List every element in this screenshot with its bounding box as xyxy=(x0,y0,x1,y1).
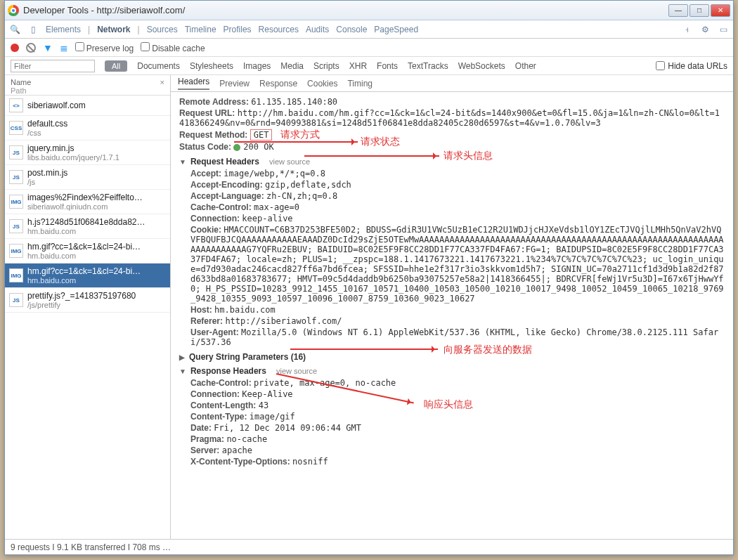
filter-input[interactable] xyxy=(11,60,95,72)
tab-resources[interactable]: Resources xyxy=(259,25,299,34)
filter-icon[interactable]: ▼ xyxy=(43,42,53,53)
minimize-button[interactable]: — xyxy=(668,4,688,17)
filter-bar: All Documents Stylesheets Images Media S… xyxy=(5,57,733,75)
request-row[interactable]: IMGhm.gif?cc=1&ck=1&cl=24-bi…hm.baidu.co… xyxy=(5,239,170,263)
request-row[interactable]: CSSdefault.css/css xyxy=(5,116,170,141)
tab-timeline[interactable]: Timeline xyxy=(185,25,216,34)
header-key: Cache-Control: xyxy=(190,202,252,212)
dock-icon[interactable]: ▭ xyxy=(718,24,729,35)
header-value: no-cache xyxy=(226,434,267,444)
tab-headers[interactable]: Headers xyxy=(178,77,209,90)
filter-fonts[interactable]: Fonts xyxy=(377,61,398,71)
header-key: Referer: xyxy=(190,316,223,326)
request-path: /js/prettify xyxy=(27,301,136,309)
tab-elements[interactable]: Elements xyxy=(46,25,81,34)
header-value: gzip,deflate,sdch xyxy=(265,180,351,190)
close-sidebar-icon[interactable]: × xyxy=(160,78,164,95)
headers-content: Remote Address: 61.135.185.140:80 Reques… xyxy=(171,92,733,539)
filter-images[interactable]: Images xyxy=(243,61,271,71)
drawer-icon[interactable]: ⫞ xyxy=(681,24,692,35)
filter-all[interactable]: All xyxy=(105,60,127,72)
status-dot-icon xyxy=(233,144,240,151)
titlebar: Developer Tools - http://siberiawolf.com… xyxy=(5,1,733,20)
status-text: 9 requests I 9.1 KB transferred I 708 ms… xyxy=(11,542,171,552)
request-row[interactable]: JSpost.min.js/js xyxy=(5,165,170,190)
tab-console[interactable]: Console xyxy=(336,25,367,34)
search-icon[interactable]: 🔍 xyxy=(9,24,20,35)
tab-profiles[interactable]: Profiles xyxy=(224,25,252,34)
hide-data-urls[interactable]: Hide data URLs xyxy=(656,61,727,71)
request-row[interactable]: <>siberiawolf.com xyxy=(5,96,170,116)
tab-network[interactable]: Network xyxy=(97,25,130,34)
record-button[interactable] xyxy=(11,44,19,52)
window-title: Developer Tools - http://siberiawolf.com… xyxy=(23,5,185,15)
request-row[interactable]: JSprettify.js?_=1418375197680/js/prettif… xyxy=(5,288,170,313)
tab-audits[interactable]: Audits xyxy=(306,25,329,34)
status-code-label: Status Code: xyxy=(179,142,231,152)
request-path: siberiawolf.qiniudn.com xyxy=(27,202,143,211)
maximize-button[interactable]: □ xyxy=(690,4,709,17)
clear-button[interactable] xyxy=(26,43,36,53)
file-type-icon: JS xyxy=(9,219,23,233)
tab-response[interactable]: Response xyxy=(259,79,297,89)
header-key: Cache-Control: xyxy=(190,378,252,388)
filter-stylesheets[interactable]: Stylesheets xyxy=(190,61,233,71)
header-value: keep-alive xyxy=(242,214,292,223)
filter-xhr[interactable]: XHR xyxy=(349,61,367,71)
request-name: hm.gif?cc=1&ck=1&cl=24-bi… xyxy=(27,266,141,276)
request-name: prettify.js?_=1418375197680 xyxy=(27,291,136,301)
annot-reshead: 响应头信息 xyxy=(424,398,473,411)
arrow-icon xyxy=(234,141,358,143)
preserve-log-checkbox[interactable]: Preserve log xyxy=(75,42,134,53)
remote-address-value: 61.135.185.140:80 xyxy=(251,97,337,107)
detail-pane: Headers Preview Response Cookies Timing … xyxy=(171,75,733,539)
request-row[interactable]: JSh.js?1248d51f06841e8dda82…hm.baidu.com xyxy=(5,214,170,239)
request-name: siberiawolf.com xyxy=(27,100,86,110)
header-value: HMACCOUNT=C6B37D253BFE50D2; BDUSS=GdiR3U… xyxy=(190,225,724,304)
network-toolbar: ▼ ≣ Preserve log Disable cache xyxy=(5,39,733,57)
request-row[interactable]: IMGimages%2Findex%2Feiffelto…siberiawolf… xyxy=(5,190,170,214)
disable-cache-checkbox[interactable]: Disable cache xyxy=(141,42,205,53)
header-key: Host: xyxy=(190,305,212,315)
file-type-icon: JS xyxy=(9,170,23,184)
response-headers-section[interactable]: ▼Response Headersview source xyxy=(179,366,725,376)
header-value: apache xyxy=(222,445,252,455)
tab-preview[interactable]: Preview xyxy=(219,79,250,89)
options-icon[interactable]: ≣ xyxy=(60,42,68,53)
filter-other[interactable]: Other xyxy=(515,61,536,71)
request-name: jquery.min.js xyxy=(27,143,119,153)
header-key: Pragma: xyxy=(190,434,224,444)
filter-scripts[interactable]: Scripts xyxy=(313,61,339,71)
header-key: Accept: xyxy=(190,169,221,178)
header-key: Date: xyxy=(190,423,212,433)
request-row[interactable]: IMGhm.gif?cc=1&ck=1&cl=24-bi…hm.baidu.co… xyxy=(5,263,170,288)
request-row[interactable]: JSjquery.min.jslibs.baidu.com/jquery/1.7… xyxy=(5,141,170,165)
request-path: hm.baidu.com xyxy=(27,276,141,285)
filter-websockets[interactable]: WebSockets xyxy=(458,61,505,71)
filter-texttracks[interactable]: TextTracks xyxy=(408,61,448,71)
close-button[interactable]: ✕ xyxy=(711,4,730,17)
tab-pagespeed[interactable]: PageSpeed xyxy=(374,25,418,34)
chrome-icon xyxy=(8,5,19,16)
device-icon[interactable]: ▯ xyxy=(27,24,39,35)
tab-sources[interactable]: Sources xyxy=(147,25,178,34)
file-type-icon: JS xyxy=(9,145,23,159)
tab-cookies[interactable]: Cookies xyxy=(307,79,337,89)
header-key: Connection: xyxy=(190,389,240,399)
filter-documents[interactable]: Documents xyxy=(137,61,180,71)
file-type-icon: JS xyxy=(9,293,23,307)
request-sidebar: Name Path × <>siberiawolf.comCSSdefault.… xyxy=(5,75,171,539)
header-key: Accept-Encoding: xyxy=(190,180,263,190)
file-type-icon: IMG xyxy=(9,195,23,209)
annot-status: 请求状态 xyxy=(361,136,400,148)
view-source-link[interactable]: view source xyxy=(269,157,310,166)
file-type-icon: IMG xyxy=(9,244,23,258)
gear-icon[interactable]: ⚙ xyxy=(699,24,711,35)
tab-timing[interactable]: Timing xyxy=(347,79,373,89)
request-path: /js xyxy=(27,178,67,186)
filter-media[interactable]: Media xyxy=(280,61,304,71)
header-key: Accept-Language: xyxy=(190,191,264,201)
annot-query: 向服务器发送的数据 xyxy=(444,344,532,356)
request-path: /css xyxy=(27,129,67,137)
header-value: Keep-Alive xyxy=(242,389,292,399)
